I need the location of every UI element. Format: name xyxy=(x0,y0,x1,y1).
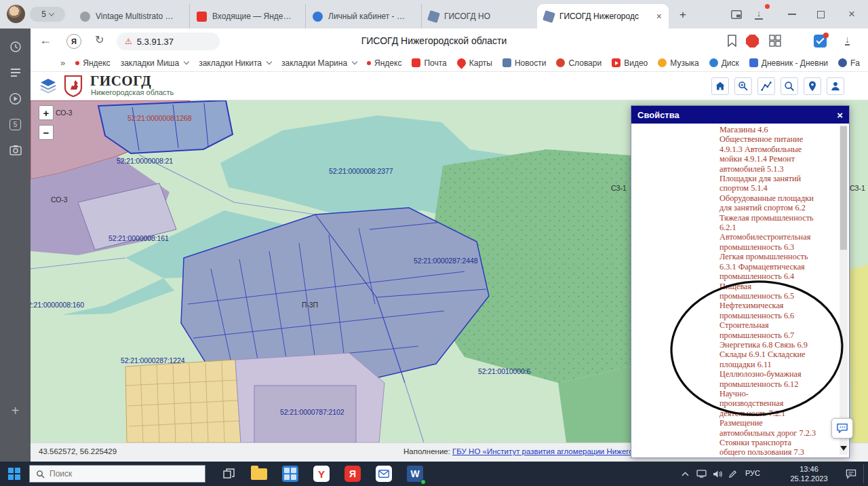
search-button[interactable] xyxy=(781,77,798,95)
taskbar-app-mail[interactable] xyxy=(370,462,397,486)
bookmark-item[interactable]: Диск xyxy=(709,58,739,68)
tab-vintage[interactable]: Vintage Multistrato Cera xyxy=(73,4,189,29)
taskbar-app-yandex-browser[interactable]: Y xyxy=(308,462,335,486)
tabs-counter-icon[interactable]: 5 xyxy=(0,114,31,134)
zoom-out-button[interactable]: − xyxy=(39,125,54,140)
new-tab-button[interactable]: + xyxy=(675,7,690,22)
bookmark-flag-icon[interactable] xyxy=(727,35,737,50)
url-text[interactable]: 5.3.91.37 xyxy=(137,37,174,47)
bookmarks-overflow-button[interactable]: » xyxy=(60,58,65,68)
bookmark-item[interactable]: Fa xyxy=(838,58,860,68)
history-icon[interactable] xyxy=(0,37,31,57)
property-line: автомобильных дорог 7.2.3 xyxy=(719,428,842,438)
property-line: Оборудованные площадки xyxy=(719,193,842,203)
download-button[interactable]: ↓ xyxy=(845,34,850,45)
tray-display-icon[interactable] xyxy=(693,462,709,486)
gis-logo-title: ГИСОГД xyxy=(90,73,151,90)
add-panel-button[interactable]: + xyxy=(0,400,31,421)
window-minimize-button[interactable] xyxy=(780,0,804,29)
bookmark-item[interactable]: закладки Миша xyxy=(121,58,189,68)
bookmark-item[interactable]: Видео xyxy=(612,58,648,68)
window-maximize-button[interactable] xyxy=(808,0,833,29)
bookmark-item[interactable]: Новости xyxy=(502,58,546,68)
tab-title: ГИСОГД НО xyxy=(444,12,490,21)
tray-volume-icon[interactable] xyxy=(709,462,726,486)
address-bar[interactable]: ⚠ 5.3.91.37 xyxy=(117,33,220,50)
attribution-link[interactable]: ГБУ НО «Институт развития агломерации Ни… xyxy=(452,447,637,455)
tab-gisogd-no[interactable]: ГИСОГД НО xyxy=(421,4,536,29)
panel-scrollbar[interactable] xyxy=(840,125,848,455)
layers-icon[interactable] xyxy=(39,78,57,97)
window-close-button[interactable]: × xyxy=(840,0,864,29)
show-desktop-divider[interactable] xyxy=(863,464,864,483)
location-pin-button[interactable] xyxy=(804,77,821,95)
scrollbar-thumb[interactable] xyxy=(840,126,847,250)
language-indicator[interactable]: РУС xyxy=(741,469,765,477)
taskbar-clock[interactable]: 13:46 25.12.2023 xyxy=(781,464,837,483)
taskbar-app-yandex[interactable]: Я xyxy=(339,462,366,486)
back-button[interactable]: ← xyxy=(39,33,52,48)
adblock-extension-icon[interactable] xyxy=(746,35,759,48)
tray-pen-icon[interactable] xyxy=(724,462,741,486)
property-line: промышленность 6.6 xyxy=(719,311,842,320)
bookmark-item[interactable]: Дневник - Дневни xyxy=(749,58,828,68)
properties-panel-header[interactable]: Свойства × xyxy=(631,106,849,124)
tab-mail[interactable]: Входящие — Яндекс По xyxy=(189,4,304,29)
bookmark-item[interactable]: закладки Марина xyxy=(281,58,357,68)
windows-logo-icon xyxy=(8,468,20,480)
attribution-label: Наполнение: xyxy=(403,447,452,455)
bookmark-item[interactable]: Карты xyxy=(457,58,492,68)
property-line: производственная xyxy=(719,398,842,408)
taskbar-app-word[interactable]: W xyxy=(401,462,429,486)
bookmark-item[interactable]: Яндекс xyxy=(75,58,110,68)
protect-shield-icon[interactable] xyxy=(814,35,827,48)
tab-group-badge[interactable]: 5 xyxy=(30,7,65,22)
clock-date: 25.12.2023 xyxy=(781,474,837,483)
chat-feedback-button[interactable] xyxy=(831,418,853,438)
user-account-button[interactable] xyxy=(827,77,844,95)
tabs-count: 5 xyxy=(9,119,21,130)
task-view-button[interactable] xyxy=(216,462,241,486)
coat-of-arms xyxy=(64,75,83,100)
profile-avatar[interactable] xyxy=(7,5,25,23)
tab-gisogd-active[interactable]: ГИСОГД Нижегородс × xyxy=(537,4,669,29)
bookmark-item[interactable]: Почта xyxy=(412,58,446,68)
yandex-home-button[interactable]: Я xyxy=(66,34,81,49)
downloads-tray-icon[interactable]: ↓ xyxy=(754,8,764,18)
refresh-button[interactable]: ↻ xyxy=(95,33,104,46)
bookmark-label: Видео xyxy=(624,58,648,68)
start-button[interactable] xyxy=(0,462,28,486)
tray-expand-chevron[interactable] xyxy=(677,462,693,486)
feed-icon[interactable] xyxy=(0,62,31,83)
bookmark-favicon xyxy=(556,58,565,67)
bookmark-favicon xyxy=(455,56,467,69)
tab-account[interactable]: Личный кабинет - Мои xyxy=(305,4,420,29)
collections-icon[interactable] xyxy=(769,35,781,50)
panel-close-icon[interactable]: × xyxy=(837,109,843,121)
action-center-button[interactable] xyxy=(841,462,861,486)
scroll-down-arrow-icon[interactable] xyxy=(840,446,847,451)
video-play-icon[interactable] xyxy=(0,88,31,109)
tab-group-count: 5 xyxy=(41,10,46,19)
taskbar-app-grid[interactable] xyxy=(277,462,304,486)
property-line: промышленность 6.4 xyxy=(719,272,842,281)
zoom-in-button[interactable]: + xyxy=(39,105,54,120)
picture-in-picture-icon[interactable] xyxy=(731,10,742,22)
taskbar-search[interactable] xyxy=(29,465,205,483)
property-line: Автомобилестроительная xyxy=(719,232,842,242)
bookmark-item[interactable]: Музыка xyxy=(658,58,698,68)
search-input[interactable] xyxy=(50,469,185,479)
tab-close-icon[interactable]: × xyxy=(656,12,662,21)
bookmark-favicon xyxy=(838,58,847,67)
measure-tool-button[interactable] xyxy=(757,77,775,95)
taskbar-app-folder[interactable] xyxy=(245,462,273,486)
screenshot-icon[interactable] xyxy=(0,140,31,160)
bookmark-item[interactable]: Словари xyxy=(556,58,601,68)
update-notification-dot xyxy=(765,4,770,9)
bookmark-item[interactable]: закладки Никита xyxy=(199,58,271,68)
home-button[interactable] xyxy=(711,77,729,95)
bookmark-item[interactable]: Яндекс xyxy=(367,58,401,68)
zoom-tool-button[interactable] xyxy=(734,77,752,95)
property-line: промышленность 6.5 xyxy=(719,291,842,301)
property-line: Склады 6.9.1 Складские xyxy=(719,350,842,359)
